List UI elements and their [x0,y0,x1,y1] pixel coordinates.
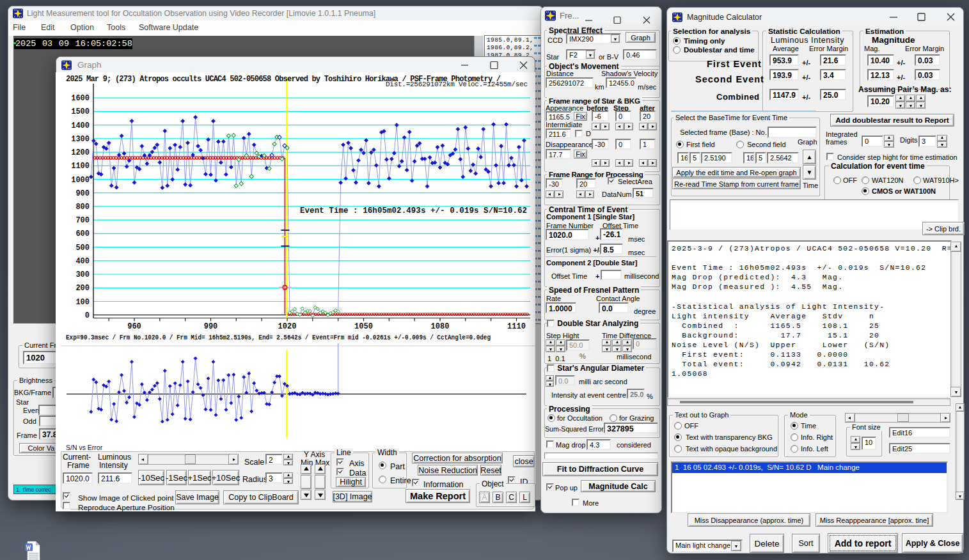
svg-text:1200: 1200 [71,148,90,157]
svg-text:1600: 1600 [71,94,90,103]
svg-text:1100: 1100 [71,162,90,171]
svg-text:1110: 1110 [507,322,526,331]
svg-text:1400: 1400 [71,121,90,130]
svg-text:960: 960 [127,322,141,331]
svg-text:1050: 1050 [354,322,373,331]
svg-text:900: 900 [75,189,90,198]
svg-text:1020: 1020 [278,322,297,331]
svg-text:700: 700 [75,216,90,225]
svg-text:1000: 1000 [71,176,90,185]
svg-text:1500: 1500 [71,107,90,116]
svg-text:100: 100 [75,298,90,307]
svg-text:990: 990 [204,322,218,331]
svg-text:300: 300 [75,270,90,279]
svg-text:Exp=90.3msec / Frm No.1020.0 /: Exp=90.3msec / Frm No.1020.0 / Frm Mid= … [66,333,491,341]
svg-text:400: 400 [75,257,90,266]
svg-text:Event Time : 16h05m02.493s +/: Event Time : 16h05m02.493s +/- 0.019s S/… [300,206,527,215]
svg-text:S/N vs Error: S/N vs Error [66,444,103,451]
svg-text:500: 500 [75,244,90,253]
svg-text:600: 600 [75,229,90,238]
svg-text:800: 800 [75,203,90,212]
svg-text:Dist.=256291072km Veloc.=12455: Dist.=256291072km Veloc.=12455m/sec [386,81,528,88]
svg-text:0: 0 [85,311,90,320]
svg-text:1300: 1300 [71,135,90,144]
svg-text:200: 200 [75,284,90,293]
svg-text:1080: 1080 [431,322,450,331]
